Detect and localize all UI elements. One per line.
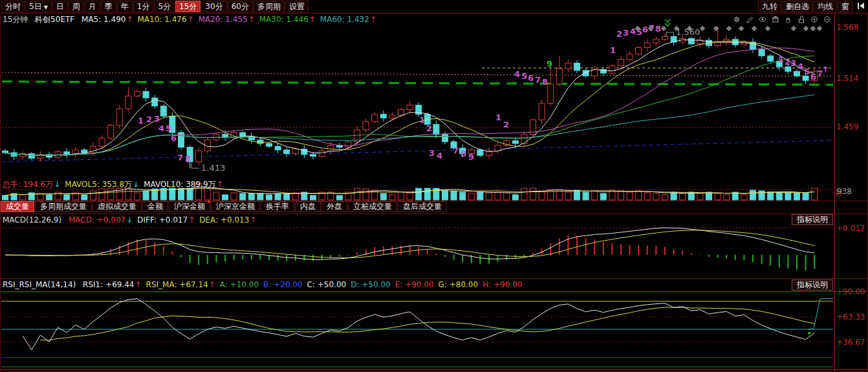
trend-arrow: ↓ xyxy=(126,215,133,224)
svg-text:6: 6 xyxy=(171,133,177,143)
macd-help-button[interactable]: 指标说明 xyxy=(792,214,833,225)
svg-text:3: 3 xyxy=(623,28,629,38)
svg-text:↑: ↑ xyxy=(822,65,829,74)
svg-text:8: 8 xyxy=(461,149,466,159)
toolbar-button-5min[interactable]: 5分 xyxy=(154,1,175,12)
box-icon[interactable] xyxy=(772,15,780,24)
rsi-top-border xyxy=(0,291,868,292)
hand-icon[interactable] xyxy=(785,15,793,24)
svg-text:6: 6 xyxy=(642,25,648,34)
volume-axis-label: 起 938 xyxy=(835,187,861,196)
trend-arrow: ↑ xyxy=(309,15,316,24)
tab-virtual-volume[interactable]: 虚拟成交量 xyxy=(92,201,142,212)
toolbar-right: 九转删自选均线窗 xyxy=(758,0,865,13)
rsi-header: RSI_RSI_MA(14,14) RSI1: +69.44↑RSI_MA: +… xyxy=(3,280,531,289)
svg-text:2: 2 xyxy=(426,124,432,133)
svg-text:5: 5 xyxy=(521,71,527,81)
toolbar-button-1min[interactable]: 1分 xyxy=(133,1,154,12)
zoom-out-icon[interactable] xyxy=(823,15,832,24)
volume-header: 总手: 194.6万↓MAVOL5: 353.8万↓MAVOL10: 389.9… xyxy=(3,179,228,190)
toolbar-button-quarter[interactable]: 季 xyxy=(101,1,116,12)
toolbar-button-del-watchlist[interactable]: 删自选 xyxy=(782,1,813,12)
tab-turnover[interactable]: 换手率 xyxy=(261,201,294,212)
stock-chart-app: 分时5日▼日周月季年1分5分15分30分60分多周期设置 九转删自选均线窗 12… xyxy=(0,0,868,372)
toolbar-button-minute-line[interactable]: 分时 xyxy=(1,1,25,12)
tab-amount[interactable]: 金额 xyxy=(142,201,168,212)
svg-text:9: 9 xyxy=(468,152,474,162)
lock-icon[interactable] xyxy=(797,15,806,24)
rsi-chart[interactable] xyxy=(0,279,834,372)
tab-lizhuang-volume[interactable]: 立桩成交量 xyxy=(348,201,397,212)
gear-icon[interactable] xyxy=(733,15,741,24)
indicator-value: D: +50.00 xyxy=(351,280,391,289)
svg-text:3: 3 xyxy=(790,58,796,68)
indicator-value: B: +20.00 xyxy=(263,280,303,289)
svg-text:8: 8 xyxy=(655,24,661,34)
tab-hsj-amount[interactable]: 沪深京金额 xyxy=(211,201,260,212)
period-label: 15分钟 xyxy=(3,15,28,24)
trend-arrow: ↑ xyxy=(126,15,133,24)
tab-multi-period-volume[interactable]: 多周期成交量 xyxy=(35,201,92,212)
toolbar-button-nine-turn[interactable]: 九转 xyxy=(758,1,781,12)
macd-header: MACD(12,26,9) MACD: +0.007↓DIFF: +0.017↑… xyxy=(3,215,265,224)
toolbar-button-30min[interactable]: 30分 xyxy=(201,1,226,12)
svg-text:1.560: 1.560 xyxy=(676,27,700,37)
divider xyxy=(0,278,868,279)
tab-inner[interactable]: 内盘 xyxy=(295,201,321,212)
rsi-help-button[interactable]: 指标说明 xyxy=(792,279,833,290)
period-buttons: 分时5日▼日周月季年1分5分15分30分60分多周期设置 xyxy=(1,1,309,12)
skip-back-icon[interactable] xyxy=(856,1,865,12)
indicator-value: DEA: +0.013 xyxy=(199,215,249,224)
period-toolbar: 分时5日▼日周月季年1分5分15分30分60分多周期设置 九转删自选均线窗 xyxy=(0,0,868,13)
toolbar-button-week[interactable]: 周 xyxy=(69,1,84,12)
volume-scale-label: 938 xyxy=(837,187,852,196)
toolbar-button-year[interactable]: 年 xyxy=(117,1,133,12)
trend-arrow: ↑ xyxy=(135,280,142,289)
pencil-icon[interactable] xyxy=(746,15,754,24)
svg-text:6: 6 xyxy=(528,73,534,83)
toolbar-button-window[interactable]: 窗 xyxy=(838,1,853,12)
toolbar-button-multi-period[interactable]: 多周期 xyxy=(254,1,285,12)
svg-text:1: 1 xyxy=(495,113,501,122)
indicator-value: A: +10.00 xyxy=(220,280,259,289)
trend-arrow: ↑ xyxy=(188,15,194,24)
dropdown-caret-icon: ▼ xyxy=(44,5,48,10)
trend-arrow: ↑ xyxy=(248,15,255,24)
svg-text:2: 2 xyxy=(503,120,509,129)
indicator-value: MAVOL10: 389.9万 xyxy=(144,180,215,189)
rsi-axis-label: +90.00 xyxy=(836,287,865,296)
indicator-value: MA10: 1.476 xyxy=(138,15,187,24)
eye-icon[interactable] xyxy=(759,15,767,24)
indicator-value: RSI1: +69.44 xyxy=(83,280,134,289)
zoom-in-icon[interactable] xyxy=(810,15,819,24)
tab-afterhours-volume[interactable]: 盘后成交量 xyxy=(398,201,447,212)
toolbar-button-ma-toggle[interactable]: 均线 xyxy=(814,1,837,12)
tab-hs-amount[interactable]: 沪深金额 xyxy=(169,201,210,212)
toolbar-button-settings[interactable]: 设置 xyxy=(285,1,309,12)
price-axis-label: 1.459 xyxy=(836,122,858,131)
svg-text:4: 4 xyxy=(514,69,520,79)
trend-arrow: ↑ xyxy=(188,215,195,224)
indicator-value: MA60: 1.432 xyxy=(320,15,369,24)
main-candlestick-chart[interactable]: 12345678123478912456789123456781234567↑1… xyxy=(0,13,834,175)
svg-text:2: 2 xyxy=(146,115,152,124)
tab-volume[interactable]: 成交量 xyxy=(1,201,34,212)
rsi-axis-label: +63.33 xyxy=(836,312,865,322)
indicator-value: H: +90.00 xyxy=(483,280,522,289)
trend-arrow: ↓ xyxy=(54,180,60,189)
divider xyxy=(0,213,868,214)
indicator-value: C: +50.00 xyxy=(307,280,347,289)
axis-border xyxy=(834,13,835,372)
svg-text:7: 7 xyxy=(649,23,655,33)
toolbar-button-60min[interactable]: 60分 xyxy=(228,1,253,12)
toolbar-button-month[interactable]: 月 xyxy=(85,1,100,12)
toolbar-button-day[interactable]: 日 xyxy=(52,1,68,12)
toolbar-button-15min[interactable]: 15分 xyxy=(175,1,201,12)
trend-arrow: ↑ xyxy=(217,180,223,189)
price-axis-label: 1.514 xyxy=(836,74,858,83)
toolbar-button-5day[interactable]: 5日▼ xyxy=(25,1,52,12)
svg-text:4: 4 xyxy=(437,151,442,160)
volume-tab-bar: 成交量多周期成交量虚拟成交量金额沪深金额沪深京金额换手率内盘外盘立桩成交量盘后成… xyxy=(1,201,448,213)
svg-text:1: 1 xyxy=(610,45,616,55)
tab-outer[interactable]: 外盘 xyxy=(321,201,347,212)
